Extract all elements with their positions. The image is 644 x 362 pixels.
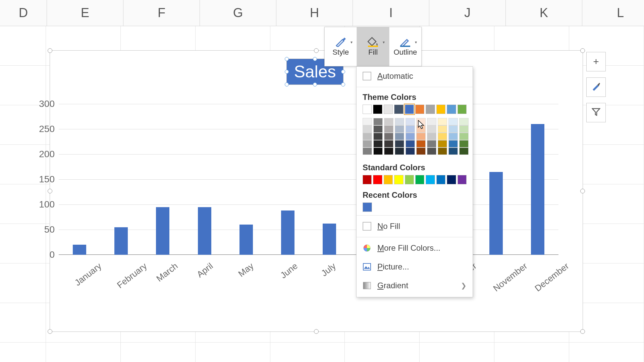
standard-color-swatch[interactable] — [373, 175, 382, 184]
more-fill-colors-option[interactable]: More Fill Colors... — [357, 239, 473, 257]
no-fill-option[interactable]: No Fill — [357, 217, 473, 236]
theme-color-swatch[interactable] — [415, 105, 424, 114]
bar[interactable] — [489, 172, 503, 255]
theme-shade-swatch[interactable] — [416, 125, 426, 133]
theme-shade-swatch[interactable] — [363, 140, 372, 147]
theme-shade-swatch[interactable] — [384, 125, 393, 133]
bar[interactable] — [156, 207, 169, 255]
theme-shade-swatch[interactable] — [459, 133, 469, 140]
theme-shade-swatch[interactable] — [459, 140, 469, 147]
theme-shade-swatch[interactable] — [427, 140, 436, 147]
gradient-fill-option[interactable]: Gradient ❯ — [357, 276, 473, 295]
theme-shade-swatch[interactable] — [427, 133, 436, 140]
outline-button[interactable]: ▾ Outline — [389, 27, 421, 66]
theme-shade-swatch[interactable] — [448, 133, 458, 140]
standard-color-swatch[interactable] — [363, 175, 372, 184]
bar[interactable] — [73, 245, 86, 255]
theme-color-swatch[interactable] — [447, 105, 456, 114]
theme-shade-swatch[interactable] — [438, 140, 447, 147]
theme-shade-swatch[interactable] — [373, 140, 383, 147]
theme-shade-swatch[interactable] — [448, 140, 458, 147]
col-header[interactable]: F — [123, 0, 200, 26]
theme-shade-swatch[interactable] — [416, 118, 426, 125]
theme-shade-swatch[interactable] — [395, 147, 404, 155]
theme-shade-swatch[interactable] — [459, 147, 469, 155]
theme-shade-swatch[interactable] — [427, 118, 436, 125]
chart-plot-area[interactable]: 050100150200250300JanuaryFebruaryMarchAp… — [59, 104, 558, 255]
col-header[interactable]: L — [582, 0, 644, 26]
picture-fill-option[interactable]: Picture... — [357, 257, 473, 276]
col-header[interactable]: H — [276, 0, 353, 26]
standard-color-swatch[interactable] — [458, 175, 467, 184]
theme-shade-swatch[interactable] — [406, 125, 415, 133]
theme-shade-swatch[interactable] — [406, 118, 415, 125]
theme-shade-swatch[interactable] — [416, 133, 426, 140]
theme-shade-swatch[interactable] — [438, 133, 447, 140]
theme-shade-swatch[interactable] — [459, 125, 469, 133]
bar[interactable] — [114, 227, 128, 255]
theme-shade-swatch[interactable] — [395, 133, 404, 140]
style-button[interactable]: ▾ Style — [325, 27, 357, 66]
bar[interactable] — [198, 207, 211, 255]
col-header[interactable]: D — [0, 0, 47, 26]
theme-shade-swatch[interactable] — [373, 133, 383, 140]
theme-shade-swatch[interactable] — [416, 147, 426, 155]
theme-shade-swatch[interactable] — [448, 125, 458, 133]
automatic-option[interactable]: Automatic — [357, 67, 473, 85]
theme-shade-swatch[interactable] — [427, 125, 436, 133]
fill-button[interactable]: ▾ Fill — [357, 27, 389, 66]
theme-color-swatch[interactable] — [373, 105, 382, 114]
bar[interactable] — [239, 225, 253, 255]
bar[interactable] — [281, 210, 294, 255]
chart-styles-button[interactable] — [586, 77, 606, 97]
theme-shade-swatch[interactable] — [395, 140, 404, 147]
theme-color-swatch[interactable] — [436, 105, 445, 114]
theme-shade-swatch[interactable] — [373, 118, 383, 125]
standard-color-swatch[interactable] — [447, 175, 456, 184]
recent-color-swatch[interactable] — [363, 202, 372, 212]
theme-shade-swatch[interactable] — [438, 125, 447, 133]
theme-shade-swatch[interactable] — [406, 133, 415, 140]
theme-shade-swatch[interactable] — [384, 133, 393, 140]
theme-shade-swatch[interactable] — [438, 118, 447, 125]
chart-filters-button[interactable] — [586, 103, 606, 122]
theme-color-swatch[interactable] — [405, 105, 414, 114]
theme-shade-swatch[interactable] — [406, 147, 415, 155]
standard-color-swatch[interactable] — [384, 175, 393, 184]
col-header[interactable]: J — [429, 0, 506, 26]
chart-elements-button[interactable]: + — [586, 52, 606, 71]
standard-color-swatch[interactable] — [436, 175, 445, 184]
standard-color-swatch[interactable] — [426, 175, 435, 184]
theme-color-swatch[interactable] — [458, 105, 467, 114]
standard-color-swatch[interactable] — [415, 175, 424, 184]
col-header[interactable]: E — [47, 0, 123, 26]
theme-shade-swatch[interactable] — [395, 118, 404, 125]
col-header[interactable]: K — [506, 0, 582, 26]
theme-color-swatch[interactable] — [426, 105, 435, 114]
theme-shade-swatch[interactable] — [395, 125, 404, 133]
theme-shade-swatch[interactable] — [438, 147, 447, 155]
theme-shade-swatch[interactable] — [384, 147, 393, 155]
theme-color-swatch[interactable] — [363, 105, 372, 114]
col-header[interactable]: I — [353, 0, 429, 26]
standard-color-swatch[interactable] — [394, 175, 403, 184]
theme-color-swatch[interactable] — [394, 105, 403, 114]
col-header[interactable]: G — [200, 0, 276, 26]
theme-shade-swatch[interactable] — [363, 133, 372, 140]
theme-shade-swatch[interactable] — [427, 147, 436, 155]
bar[interactable] — [323, 224, 336, 255]
theme-shade-swatch[interactable] — [363, 125, 372, 133]
theme-shade-swatch[interactable] — [448, 147, 458, 155]
theme-shade-swatch[interactable] — [406, 140, 415, 147]
theme-color-swatch[interactable] — [384, 105, 393, 114]
theme-shade-swatch[interactable] — [384, 140, 393, 147]
bar[interactable] — [531, 124, 544, 255]
theme-shade-swatch[interactable] — [373, 125, 383, 133]
theme-shade-swatch[interactable] — [416, 140, 426, 147]
theme-shade-swatch[interactable] — [459, 118, 469, 125]
theme-shade-swatch[interactable] — [363, 118, 372, 125]
standard-color-swatch[interactable] — [405, 175, 414, 184]
theme-shade-swatch[interactable] — [448, 118, 458, 125]
theme-shade-swatch[interactable] — [373, 147, 383, 155]
theme-shade-swatch[interactable] — [384, 118, 393, 125]
